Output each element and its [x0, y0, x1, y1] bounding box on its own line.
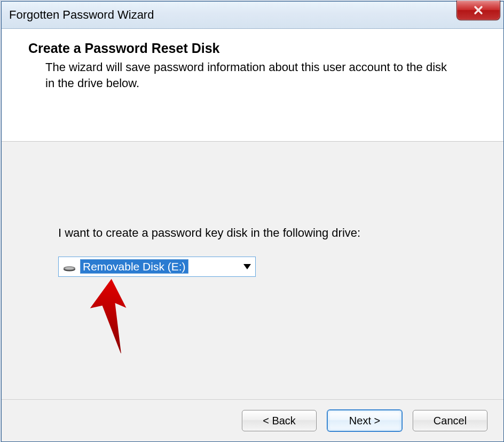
close-button[interactable]	[456, 1, 500, 20]
page-description: The wizard will save password informatio…	[45, 59, 456, 91]
back-button[interactable]: < Back	[242, 410, 317, 431]
close-icon	[473, 5, 484, 15]
drive-prompt-label: I want to create a password key disk in …	[58, 226, 360, 240]
wizard-button-bar: < Back Next > Cancel	[2, 399, 503, 441]
page-title: Create a Password Reset Disk	[28, 41, 484, 56]
wizard-header: Create a Password Reset Disk The wizard …	[2, 29, 503, 142]
wizard-window: Forgotten Password Wizard Create a Passw…	[1, 1, 504, 442]
annotation-arrow	[74, 278, 138, 353]
removable-disk-icon	[62, 261, 77, 272]
svg-point-2	[65, 267, 74, 270]
drive-selected-value: Removable Disk (E:)	[80, 259, 188, 274]
chevron-down-icon	[239, 264, 255, 269]
wizard-body: I want to create a password key disk in …	[2, 142, 503, 399]
window-title: Forgotten Password Wizard	[9, 8, 154, 22]
svg-marker-4	[84, 278, 132, 353]
titlebar: Forgotten Password Wizard	[2, 2, 503, 29]
svg-marker-3	[243, 264, 251, 269]
cancel-button[interactable]: Cancel	[413, 410, 487, 431]
drive-select[interactable]: Removable Disk (E:)	[58, 257, 256, 277]
next-button[interactable]: Next >	[327, 410, 402, 431]
